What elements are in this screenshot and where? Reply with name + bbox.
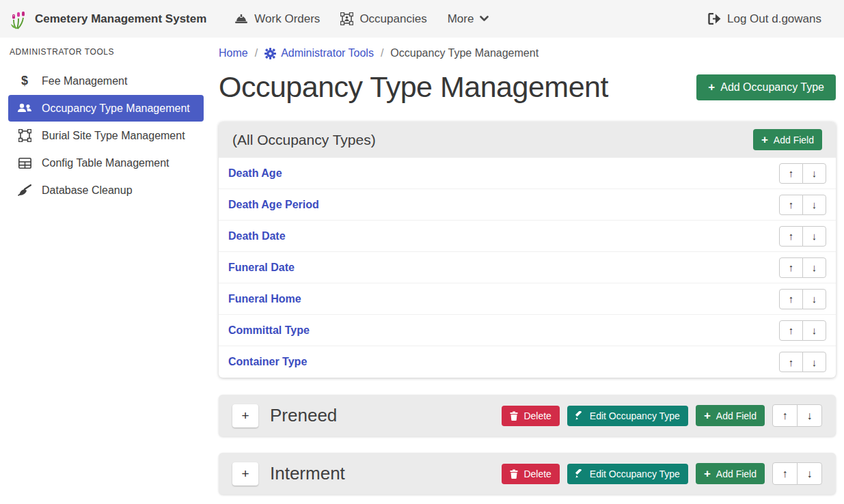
plus-icon: + — [704, 468, 711, 479]
field-row: Committal Type ↑ ↓ — [219, 315, 836, 346]
section-interment: + Interment Delete — [219, 453, 836, 494]
move-up-button[interactable]: ↑ — [779, 226, 803, 247]
expand-section-button[interactable]: + — [232, 462, 258, 486]
pencil-icon — [575, 411, 584, 420]
move-down-button[interactable]: ↓ — [797, 462, 822, 485]
all-occupancy-types-title: (All Occupancy Types) — [232, 132, 376, 148]
delete-label: Delete — [523, 410, 551, 421]
move-down-button[interactable]: ↓ — [802, 352, 826, 372]
delete-button[interactable]: Delete — [502, 406, 559, 426]
users-icon — [16, 103, 33, 113]
move-up-button[interactable]: ↑ — [772, 462, 798, 485]
top-navbar: Cemetery Management System Work Orders — [0, 0, 844, 38]
arrow-up-icon: ↑ — [789, 167, 794, 179]
app-brand[interactable]: Cemetery Management System — [10, 9, 206, 29]
move-down-button[interactable]: ↓ — [802, 163, 826, 184]
arrow-down-icon: ↓ — [812, 356, 817, 368]
edit-occupancy-type-button[interactable]: Edit Occupancy Type — [567, 406, 688, 426]
breadcrumb: Home / — [219, 47, 836, 59]
expand-icon: + — [241, 408, 249, 423]
logout-link[interactable]: Log Out d.gowans — [708, 12, 821, 26]
edit-occupancy-type-label: Edit Occupancy Type — [590, 410, 680, 421]
sidebar-item-label: Fee Management — [42, 75, 127, 87]
arrow-down-icon: ↓ — [812, 230, 817, 242]
sidebar-item-burial-site-type-management[interactable]: Burial Site Type Management — [8, 122, 204, 149]
breadcrumb-home-link[interactable]: Home — [219, 47, 248, 59]
field-row: Death Age ↑ ↓ — [219, 158, 836, 189]
reorder-buttons: ↑ ↓ — [779, 257, 826, 278]
move-down-button[interactable]: ↓ — [802, 195, 826, 215]
arrow-up-icon: ↑ — [789, 324, 794, 336]
table-icon — [16, 158, 33, 169]
nav-occupancies[interactable]: Occupancies — [340, 12, 426, 26]
chevron-down-icon — [480, 16, 489, 22]
breadcrumb-current: Occupancy Type Management — [390, 47, 539, 59]
add-field-label: Add Field — [716, 468, 757, 479]
breadcrumb-admin-tools-link[interactable]: Administrator Tools — [264, 47, 374, 59]
field-link-funeral-date[interactable]: Funeral Date — [228, 262, 295, 274]
app-title: Cemetery Management System — [35, 12, 206, 26]
reorder-buttons: ↑ ↓ — [779, 163, 826, 184]
reorder-buttons: ↑ ↓ — [779, 320, 826, 341]
field-link-death-age-period[interactable]: Death Age Period — [228, 199, 319, 211]
add-field-button[interactable]: + Add Field — [696, 463, 765, 484]
occupancy-frame-icon — [340, 12, 353, 25]
vector-square-icon — [16, 129, 33, 142]
section-actions: Delete Edit Occupancy Type + Add Field — [502, 404, 822, 427]
sidebar-item-occupancy-type-management[interactable]: Occupancy Type Management — [8, 95, 204, 122]
move-down-button[interactable]: ↓ — [802, 289, 826, 309]
move-up-button[interactable]: ↑ — [779, 289, 803, 309]
delete-button[interactable]: Delete — [502, 464, 559, 484]
move-up-button[interactable]: ↑ — [779, 257, 803, 278]
move-down-button[interactable]: ↓ — [802, 226, 826, 247]
plus-icon: + — [704, 410, 711, 421]
move-down-button[interactable]: ↓ — [802, 257, 826, 278]
nav-work-orders-label: Work Orders — [254, 12, 320, 26]
move-down-button[interactable]: ↓ — [802, 320, 826, 341]
plus-icon: + — [761, 134, 768, 145]
reorder-buttons: ↑ ↓ — [779, 226, 826, 247]
sign-out-icon — [708, 13, 721, 25]
sidebar-item-label: Burial Site Type Management — [42, 130, 185, 142]
nav-more-menu[interactable]: More — [448, 12, 489, 26]
move-down-button[interactable]: ↓ — [797, 404, 822, 427]
field-link-death-date[interactable]: Death Date — [228, 230, 286, 242]
arrow-down-icon: ↓ — [812, 199, 817, 210]
nav-work-orders[interactable]: Work Orders — [234, 12, 320, 26]
field-link-funeral-home[interactable]: Funeral Home — [228, 293, 301, 305]
add-field-button[interactable]: + Add Field — [753, 129, 822, 150]
section-title: Preneed — [270, 405, 337, 426]
breadcrumb-separator: / — [381, 47, 383, 59]
move-up-button[interactable]: ↑ — [779, 195, 803, 215]
edit-occupancy-type-button[interactable]: Edit Occupancy Type — [567, 464, 688, 484]
gear-icon — [264, 48, 276, 59]
reorder-buttons: ↑ ↓ — [772, 462, 822, 485]
reorder-buttons: ↑ ↓ — [779, 195, 826, 215]
field-row: Death Age Period ↑ ↓ — [219, 189, 836, 221]
arrow-down-icon: ↓ — [807, 410, 813, 422]
breadcrumb-separator: / — [255, 47, 258, 59]
add-occupancy-type-button[interactable]: + Add Occupancy Type — [696, 74, 836, 100]
add-field-button[interactable]: + Add Field — [696, 405, 765, 426]
sidebar-item-fee-management[interactable]: $ Fee Management — [8, 68, 204, 94]
logout-label: Log Out d.gowans — [727, 12, 821, 26]
move-up-button[interactable]: ↑ — [779, 163, 803, 184]
sidebar-item-label: Database Cleanup — [42, 184, 133, 197]
expand-section-button[interactable]: + — [232, 404, 258, 428]
move-up-button[interactable]: ↑ — [772, 404, 798, 427]
move-up-button[interactable]: ↑ — [779, 320, 803, 341]
field-link-committal-type[interactable]: Committal Type — [228, 324, 310, 337]
main-content: Home / — [212, 38, 844, 504]
arrow-down-icon: ↓ — [812, 262, 817, 273]
field-row: Funeral Date ↑ ↓ — [219, 252, 836, 283]
field-link-container-type[interactable]: Container Type — [228, 356, 307, 368]
field-row: Funeral Home ↑ ↓ — [219, 283, 836, 315]
field-link-death-age[interactable]: Death Age — [228, 167, 282, 180]
sidebar-item-database-cleanup[interactable]: Database Cleanup — [8, 177, 204, 204]
plus-icon: + — [708, 81, 715, 93]
move-up-button[interactable]: ↑ — [779, 352, 803, 372]
arrow-up-icon: ↑ — [789, 262, 794, 273]
section-title: Interment — [270, 463, 345, 484]
sidebar-item-config-table-management[interactable]: Config Table Management — [8, 150, 204, 176]
sidebar-item-label: Config Table Management — [42, 157, 169, 169]
